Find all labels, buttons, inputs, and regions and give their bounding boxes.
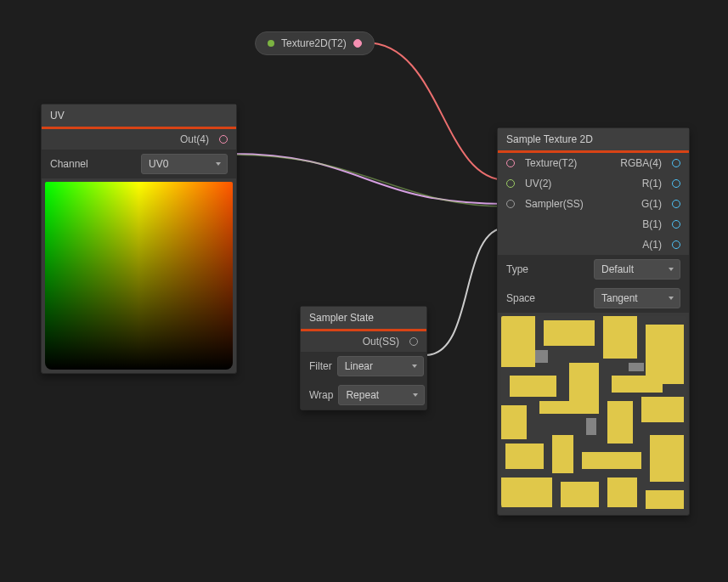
uv-gradient-preview [45,182,233,370]
port-label: UV(2) [525,178,551,189]
node-body: Out(4) Channel UV0 [42,129,236,370]
io-row: Sampler(SS) G(1) [498,194,689,214]
param-label: Filter [309,360,332,372]
channel-select[interactable]: UV0 [141,154,228,174]
port-label: Sampler(SS) [525,198,584,210]
param-label: Channel [50,158,88,170]
type-row: Type Default [498,255,689,284]
output-port-g[interactable] [672,200,680,208]
port-label: A(1) [642,239,662,251]
filter-select[interactable]: Linear [337,356,424,376]
param-label: Type [506,263,528,275]
io-row: Texture(T2) RGBA(4) [498,153,689,173]
pill-label: Texture2D(T2) [281,37,347,49]
output-port-rgba[interactable] [672,159,680,167]
io-row: UV(2) R(1) [498,173,689,194]
input-port-uv[interactable] [506,179,515,188]
port-label: B(1) [642,218,662,230]
output-port-r[interactable] [672,179,680,188]
output-row: Out(SS) [301,331,426,352]
input-port-sampler[interactable] [506,200,515,208]
node-body: Texture(T2) RGBA(4) UV(2) R(1) Sampler(S… [498,153,689,511]
port-label: Out(SS) [363,336,399,348]
output-port-a[interactable] [672,240,680,249]
node-title: Sample Texture 2D [498,128,689,150]
io-row: A(1) [498,234,689,255]
status-dot-icon [268,40,274,47]
sampler-state-node[interactable]: Sampler State Out(SS) Filter Linear Wrap… [300,306,427,410]
output-row: Out(4) [42,129,236,150]
texture-preview [501,316,686,511]
node-body: Out(SS) Filter Linear Wrap Repeat [301,331,426,410]
output-port[interactable] [409,337,418,346]
output-port[interactable] [219,135,228,144]
param-label: Wrap [309,389,333,401]
port-label: R(1) [642,178,662,189]
port-label: G(1) [641,198,662,210]
uv-node[interactable]: UV Out(4) Channel UV0 [41,104,237,374]
filter-row: Filter Linear [301,352,426,381]
wrap-select[interactable]: Repeat [338,385,425,405]
space-select[interactable]: Tangent [594,288,680,308]
port-label: RGBA(4) [620,157,662,169]
param-label: Space [506,292,535,304]
input-port-texture[interactable] [506,159,515,167]
port-label: Texture(T2) [525,157,577,169]
output-port[interactable] [353,39,362,48]
texture2d-variable-pill[interactable]: Texture2D(T2) [255,31,375,55]
port-label: Out(4) [180,133,209,145]
io-row: B(1) [498,214,689,234]
type-select[interactable]: Default [594,259,680,280]
node-title: Sampler State [301,307,426,329]
wrap-row: Wrap Repeat [301,381,426,410]
output-port-b[interactable] [672,220,680,229]
sample-texture-2d-node[interactable]: Sample Texture 2D Texture(T2) RGBA(4) UV… [497,127,690,516]
channel-row: Channel UV0 [42,150,236,178]
space-row: Space Tangent [498,284,689,313]
node-title: UV [42,105,236,127]
